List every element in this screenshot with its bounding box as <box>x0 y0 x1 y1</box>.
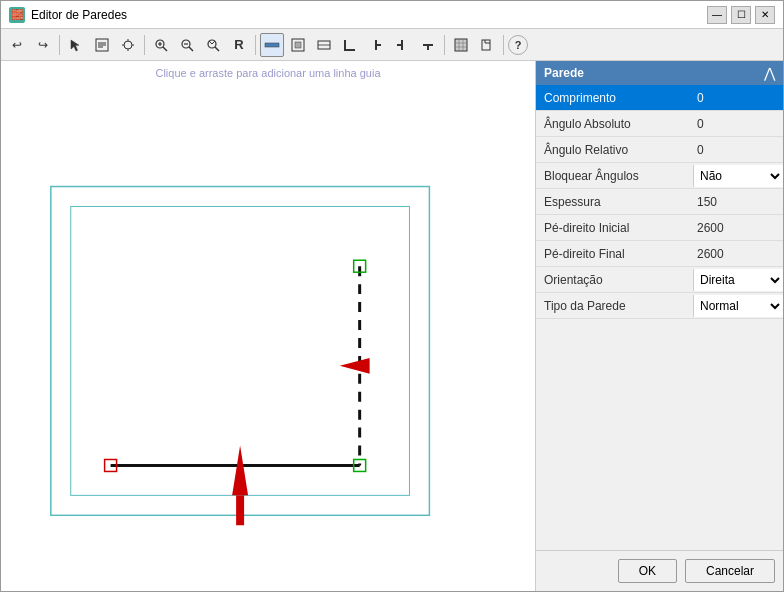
prop-label-espessura: Espessura <box>536 195 693 209</box>
minimize-button[interactable]: — <box>707 6 727 24</box>
toolbar-sep-4 <box>444 35 445 55</box>
wall-trim-button[interactable] <box>416 33 440 57</box>
cursor-button[interactable] <box>116 33 140 57</box>
svg-rect-10 <box>455 39 467 51</box>
svg-marker-20 <box>232 446 248 496</box>
fill-button[interactable] <box>449 33 473 57</box>
panel-footer: OK Cancelar <box>536 550 783 591</box>
prop-select-tipo[interactable]: Normal Estrutural Divisória <box>693 295 783 317</box>
wall-ext-button[interactable] <box>390 33 414 57</box>
canvas-area[interactable]: Clique e arraste para adicionar uma linh… <box>1 61 535 591</box>
title-bar: 🧱 Editor de Paredes — ☐ ✕ <box>1 1 783 29</box>
undo-button[interactable]: ↩ <box>5 33 29 57</box>
prop-value-pe-final: 2600 <box>693 247 783 261</box>
prop-label-comprimento: Comprimento <box>536 91 693 105</box>
prop-row-angulo-rel[interactable]: Ângulo Relativo 0 <box>536 137 783 163</box>
main-area: Clique e arraste para adicionar uma linh… <box>1 61 783 591</box>
svg-point-1 <box>124 41 132 49</box>
prop-label-pe-inicial: Pé-direito Inicial <box>536 221 693 235</box>
prop-row-tipo[interactable]: Tipo da Parede Normal Estrutural Divisór… <box>536 293 783 319</box>
zoom-fit-button[interactable] <box>201 33 225 57</box>
help-button[interactable]: ? <box>508 35 528 55</box>
drawing-canvas[interactable] <box>1 61 535 591</box>
prop-value-espessura: 150 <box>693 195 783 209</box>
svg-marker-19 <box>340 358 420 374</box>
prop-label-orientacao: Orientação <box>536 273 693 287</box>
wall-type2-button[interactable] <box>286 33 310 57</box>
title-bar-controls: — ☐ ✕ <box>707 6 775 24</box>
prop-value-comprimento: 0 <box>693 91 783 105</box>
wall-corner-button[interactable] <box>338 33 362 57</box>
prop-label-pe-final: Pé-direito Final <box>536 247 693 261</box>
prop-value-angulo-abs: 0 <box>693 117 783 131</box>
panel-collapse-button[interactable]: ⋀ <box>764 66 775 80</box>
svg-rect-11 <box>482 40 490 50</box>
prop-row-bloquear[interactable]: Bloquear Ângulos Não Sim <box>536 163 783 189</box>
prop-row-pe-final[interactable]: Pé-direito Final 2600 <box>536 241 783 267</box>
prop-row-comprimento[interactable]: Comprimento 0 <box>536 85 783 111</box>
maximize-button[interactable]: ☐ <box>731 6 751 24</box>
toolbar-sep-5 <box>503 35 504 55</box>
title-bar-left: 🧱 Editor de Paredes <box>9 7 127 23</box>
window-title: Editor de Paredes <box>31 8 127 22</box>
prop-label-bloquear: Bloquear Ângulos <box>536 169 693 183</box>
prop-value-pe-inicial: 2600 <box>693 221 783 235</box>
prop-label-angulo-rel: Ângulo Relativo <box>536 143 693 157</box>
edit-button[interactable] <box>90 33 114 57</box>
app-icon: 🧱 <box>9 7 25 23</box>
prop-label-tipo: Tipo da Parede <box>536 299 693 313</box>
prop-row-espessura[interactable]: Espessura 150 <box>536 189 783 215</box>
prop-row-orientacao[interactable]: Orientação Direita Esquerda Centro <box>536 267 783 293</box>
svg-rect-21 <box>236 495 244 525</box>
panel-title: Parede <box>544 66 584 80</box>
prop-select-orientacao[interactable]: Direita Esquerda Centro <box>693 269 783 291</box>
panel-body: Comprimento 0 Ângulo Absoluto 0 Ângulo R… <box>536 85 783 550</box>
ok-button[interactable]: OK <box>618 559 677 583</box>
wall-type3-button[interactable] <box>312 33 336 57</box>
svg-rect-5 <box>265 43 279 47</box>
toolbar-sep-3 <box>255 35 256 55</box>
prop-value-angulo-rel: 0 <box>693 143 783 157</box>
prop-select-bloquear[interactable]: Não Sim <box>693 165 783 187</box>
toolbar-sep-2 <box>144 35 145 55</box>
measure-button[interactable]: R <box>227 33 251 57</box>
prop-row-angulo-abs[interactable]: Ângulo Absoluto 0 <box>536 111 783 137</box>
main-window: 🧱 Editor de Paredes — ☐ ✕ ↩ ↪ <box>0 0 784 592</box>
zoom-in-button[interactable] <box>149 33 173 57</box>
wall-join-button[interactable] <box>364 33 388 57</box>
toolbar: ↩ ↪ R <box>1 29 783 61</box>
toolbar-sep-1 <box>59 35 60 55</box>
close-button[interactable]: ✕ <box>755 6 775 24</box>
wall-button[interactable] <box>260 33 284 57</box>
right-panel: Parede ⋀ Comprimento 0 Ângulo Absoluto 0… <box>535 61 783 591</box>
panel-header: Parede ⋀ <box>536 61 783 85</box>
zoom-out-button[interactable] <box>175 33 199 57</box>
canvas-content <box>1 61 535 591</box>
prop-label-angulo-abs: Ângulo Absoluto <box>536 117 693 131</box>
redo-button[interactable]: ↪ <box>31 33 55 57</box>
svg-rect-7 <box>295 42 301 48</box>
select-button[interactable] <box>64 33 88 57</box>
cancel-button[interactable]: Cancelar <box>685 559 775 583</box>
export-button[interactable] <box>475 33 499 57</box>
prop-row-pe-inicial[interactable]: Pé-direito Inicial 2600 <box>536 215 783 241</box>
